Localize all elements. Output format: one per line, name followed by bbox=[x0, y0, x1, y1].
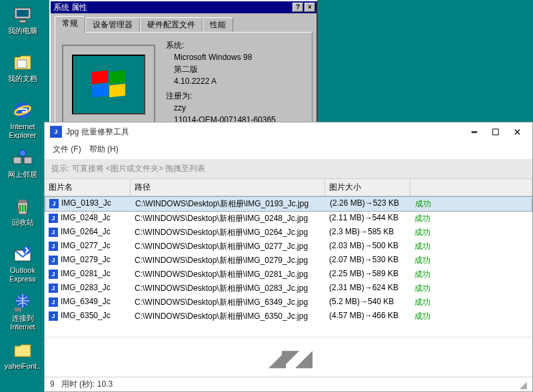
menu-help[interactable]: 帮助 (H) bbox=[87, 142, 121, 156]
close-button[interactable]: ✕ bbox=[507, 125, 527, 138]
my-documents-icon[interactable]: 我的文档 bbox=[3, 52, 43, 83]
col-header-size[interactable]: 图片大小 bbox=[325, 179, 410, 196]
app-logo-icon: ◢◤◢ bbox=[268, 344, 308, 371]
jpgtool-titlebar[interactable]: J Jpg 批量修整工具 ━ ☐ ✕ bbox=[45, 122, 532, 141]
cell-path: C:\WINDOWS\Desktop\新相册\IMG_0281_Jc.jpg bbox=[131, 268, 325, 281]
table-row[interactable]: JIMG_0193_JcC:\WINDOWS\Desktop\新相册\IMG_0… bbox=[45, 196, 532, 212]
close-button[interactable]: × bbox=[304, 3, 315, 12]
tab-hardware-profiles[interactable]: 硬件配置文件 bbox=[140, 17, 203, 32]
svg-rect-1 bbox=[17, 10, 29, 17]
cell-path: C:\WINDOWS\Desktop\新相册\IMG_0193_Jc.jpg bbox=[131, 198, 326, 210]
cell-status: 成功 bbox=[411, 198, 532, 210]
table-row[interactable]: JIMG_6350_JcC:\WINDOWS\Desktop\新相册\IMG_6… bbox=[45, 309, 532, 323]
jpg-file-icon: J bbox=[49, 214, 58, 223]
my-documents-icon-glyph bbox=[12, 52, 33, 73]
cell-filename: JIMG_0283_Jc bbox=[45, 282, 131, 295]
cell-path: C:\WINDOWS\Desktop\新相册\IMG_6350_Jc.jpg bbox=[131, 310, 325, 323]
jpg-file-icon: J bbox=[49, 199, 59, 208]
cell-filename: JIMG_0193_Jc bbox=[45, 198, 131, 210]
col-header-path[interactable]: 路径 bbox=[131, 179, 325, 196]
cell-status: 成功 bbox=[410, 296, 532, 309]
cell-size: (2.07 MB)→530 KB bbox=[325, 254, 410, 267]
cell-size: (2.03 MB)→500 KB bbox=[325, 240, 410, 253]
outlook-express-icon-glyph bbox=[12, 244, 33, 265]
desktop-icon-label: yaheiFont.. bbox=[3, 362, 43, 371]
my-computer-icon-glyph bbox=[12, 4, 33, 25]
table-row[interactable]: JIMG_6349_JcC:\WINDOWS\Desktop\新相册\IMG_6… bbox=[45, 295, 532, 309]
cell-status: 成功 bbox=[410, 282, 532, 295]
table-row[interactable]: JIMG_0283_JcC:\WINDOWS\Desktop\新相册\IMG_0… bbox=[45, 282, 532, 295]
tab-device-manager[interactable]: 设备管理器 bbox=[85, 17, 140, 32]
network-neighborhood-icon[interactable]: 网上邻居 bbox=[3, 148, 43, 179]
sysprops-tabstrip: 常规设备管理器硬件配置文件性能 bbox=[55, 16, 312, 32]
tab-general[interactable]: 常规 bbox=[55, 16, 85, 33]
desktop-icon-label: 连接到 Internet bbox=[3, 314, 43, 331]
svg-point-8 bbox=[19, 150, 26, 156]
file-list[interactable]: JIMG_0193_JcC:\WINDOWS\Desktop\新相册\IMG_0… bbox=[45, 196, 532, 337]
recycle-bin-icon[interactable]: 回收站 bbox=[3, 196, 43, 227]
my-computer-icon[interactable]: 我的电脑 bbox=[3, 4, 43, 35]
jpg-file-icon: J bbox=[49, 242, 58, 251]
cell-size: (2.3 MB)→585 KB bbox=[325, 226, 410, 239]
desktop-icon-label: 我的文档 bbox=[3, 75, 43, 83]
cell-size: (2.26 MB)→523 KB bbox=[326, 198, 411, 210]
table-row[interactable]: JIMG_0248_JcC:\WINDOWS\Desktop\新相册\IMG_0… bbox=[45, 212, 532, 226]
outlook-express-icon[interactable]: Outlook Express bbox=[3, 244, 43, 284]
cell-path: C:\WINDOWS\Desktop\新相册\IMG_6349_Jc.jpg bbox=[131, 296, 325, 309]
svg-rect-13 bbox=[15, 307, 21, 311]
table-row[interactable]: JIMG_0264_JcC:\WINDOWS\Desktop\新相册\IMG_0… bbox=[45, 226, 532, 240]
cell-size: (2.11 MB)→544 KB bbox=[325, 212, 410, 225]
cell-filename: JIMG_0248_Jc bbox=[45, 212, 131, 225]
jpg-file-icon: J bbox=[49, 311, 58, 321]
cell-path: C:\WINDOWS\Desktop\新相册\IMG_0248_Jc.jpg bbox=[131, 212, 325, 225]
recycle-bin-icon-glyph bbox=[12, 196, 33, 217]
minimize-button[interactable]: ━ bbox=[464, 125, 484, 138]
jpg-file-icon: J bbox=[49, 297, 58, 307]
jpg-app-icon: J bbox=[50, 126, 62, 138]
maximize-button[interactable]: ☐ bbox=[486, 125, 506, 138]
menu-file[interactable]: 文件 (F) bbox=[50, 142, 84, 156]
help-button[interactable]: ? bbox=[292, 3, 303, 12]
table-row[interactable]: JIMG_0277_JcC:\WINDOWS\Desktop\新相册\IMG_0… bbox=[45, 240, 532, 254]
cell-size: (2.31 MB)→624 KB bbox=[325, 282, 410, 295]
cell-status: 成功 bbox=[410, 254, 532, 267]
windows-logo-icon bbox=[92, 71, 125, 98]
resize-grip-icon[interactable]: ◢ bbox=[520, 379, 527, 390]
desktop-icon-label: Outlook Express bbox=[3, 266, 43, 284]
cell-path: C:\WINDOWS\Desktop\新相册\IMG_0264_Jc.jpg bbox=[131, 226, 325, 239]
col-header-name[interactable]: 图片名 bbox=[45, 179, 131, 196]
jpg-file-icon: J bbox=[49, 256, 58, 265]
yaheifont-folder-icon[interactable]: yaheiFont.. bbox=[3, 339, 43, 371]
cell-status: 成功 bbox=[410, 268, 532, 281]
hint-bar: 提示: 可直接将 <图片或文件夹> 拖拽至列表 bbox=[45, 159, 532, 178]
tab-performance[interactable]: 性能 bbox=[203, 17, 233, 32]
jpgtool-title: Jpg 批量修整工具 bbox=[66, 126, 464, 138]
network-neighborhood-icon-glyph bbox=[12, 148, 33, 169]
cell-path: C:\WINDOWS\Desktop\新相册\IMG_0279_Jc.jpg bbox=[131, 254, 325, 267]
svg-rect-2 bbox=[19, 20, 26, 23]
connect-to-internet-icon-glyph bbox=[12, 292, 33, 313]
cell-filename: JIMG_0264_Jc bbox=[45, 226, 131, 239]
cell-status: 成功 bbox=[410, 212, 532, 225]
yaheifont-folder-icon-glyph bbox=[12, 339, 33, 361]
table-row[interactable]: JIMG_0279_JcC:\WINDOWS\Desktop\新相册\IMG_0… bbox=[45, 254, 532, 268]
cell-filename: JIMG_0277_Jc bbox=[45, 240, 131, 253]
sysprops-titlebar[interactable]: 系统 属性 ? × bbox=[51, 1, 316, 13]
cell-filename: JIMG_6349_Jc bbox=[45, 296, 131, 309]
cell-size: (2.25 MB)→589 KB bbox=[325, 268, 410, 281]
svg-rect-9 bbox=[19, 200, 27, 202]
jpg-batch-tool-window: J Jpg 批量修整工具 ━ ☐ ✕ 文件 (F) 帮助 (H) 提示: 可直接… bbox=[44, 122, 533, 392]
cell-status: 成功 bbox=[410, 310, 532, 323]
table-row[interactable]: JIMG_0281_JcC:\WINDOWS\Desktop\新相册\IMG_0… bbox=[45, 268, 532, 282]
cell-status: 成功 bbox=[410, 226, 532, 239]
svg-rect-7 bbox=[24, 157, 32, 164]
cell-size: (4.57 MB)→466 KB bbox=[325, 310, 410, 323]
monitor-graphic bbox=[62, 45, 155, 124]
jpg-file-icon: J bbox=[49, 284, 58, 293]
ie-icon[interactable]: Internet Explorer bbox=[3, 100, 43, 140]
col-header-status[interactable] bbox=[410, 179, 532, 196]
svg-rect-3 bbox=[17, 60, 27, 68]
cell-filename: JIMG_6350_Jc bbox=[45, 310, 131, 323]
connect-to-internet-icon[interactable]: 连接到 Internet bbox=[3, 292, 43, 331]
status-text: 9 用时 (秒): 10.3 bbox=[50, 379, 113, 390]
